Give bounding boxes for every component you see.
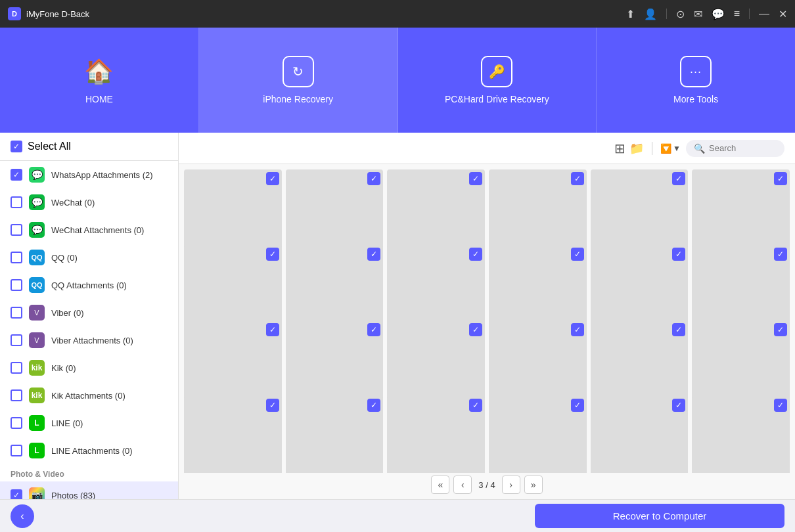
- titlebar-sep-1: [666, 9, 667, 19]
- viber-checkbox[interactable]: [11, 307, 22, 319]
- photo-check-icon[interactable]: ✓: [367, 172, 380, 185]
- grid-view-icon[interactable]: ⊞: [614, 141, 625, 156]
- wechat-attach-label: WeChat Attachments (0): [51, 225, 144, 235]
- sidebar-item-kik-attach[interactable]: kik Kik Attachments (0): [0, 382, 178, 409]
- mail-icon[interactable]: ✉: [694, 8, 702, 20]
- search-box[interactable]: 🔍: [686, 140, 784, 157]
- search-input[interactable]: [709, 143, 777, 153]
- photo-check-icon[interactable]: ✓: [367, 399, 380, 412]
- nav-iphone-recovery-label: iPhone Recovery: [263, 94, 333, 104]
- sidebar-header[interactable]: Select All: [0, 133, 178, 161]
- qq-label: QQ (0): [51, 253, 78, 263]
- nav-pc-hard-drive[interactable]: 🔑 PC&Hard Drive Recovery: [398, 28, 597, 133]
- page-info: 3 / 4: [476, 480, 497, 490]
- viber-attach-checkbox[interactable]: [11, 334, 22, 346]
- nav-iphone-recovery[interactable]: ↻ iPhone Recovery: [199, 28, 398, 133]
- line-attach-checkbox[interactable]: [11, 445, 22, 456]
- pc-recovery-icon: 🔑: [481, 56, 512, 87]
- photo-check-icon[interactable]: ✓: [266, 172, 279, 185]
- chat-icon[interactable]: 💬: [712, 8, 725, 20]
- photo-check-icon[interactable]: ✓: [469, 248, 482, 261]
- view-icons: ⊞ 📁: [614, 141, 644, 156]
- filter-button[interactable]: 🔽 ▼: [660, 143, 681, 154]
- nav-home-label: HOME: [85, 94, 113, 104]
- last-page-button[interactable]: »: [524, 476, 543, 494]
- photo-check-icon[interactable]: ✓: [469, 172, 482, 185]
- pagination-bar: « ‹ 3 / 4 › »: [179, 473, 795, 499]
- sidebar-item-viber[interactable]: V Viber (0): [0, 299, 178, 326]
- line-checkbox[interactable]: [11, 417, 22, 429]
- location-icon[interactable]: ⊙: [676, 8, 685, 20]
- photo-item[interactable]: ✓: [286, 396, 384, 473]
- titlebar-left: D iMyFone D-Back: [8, 7, 89, 20]
- whatsapp-checkbox[interactable]: [11, 169, 22, 181]
- kik-checkbox[interactable]: [11, 362, 22, 374]
- sidebar-item-line[interactable]: L LINE (0): [0, 409, 178, 437]
- photo-check-icon[interactable]: ✓: [571, 399, 584, 412]
- photo-check-icon[interactable]: ✓: [774, 399, 787, 412]
- wechat-attach-icon: 💬: [29, 222, 45, 238]
- viber-attach-label: Viber Attachments (0): [51, 336, 133, 345]
- recover-to-computer-button[interactable]: Recover to Computer: [535, 504, 784, 528]
- sidebar-item-viber-attach[interactable]: V Viber Attachments (0): [0, 326, 178, 354]
- photo-check-icon[interactable]: ✓: [774, 172, 787, 185]
- photo-check-icon[interactable]: ✓: [367, 323, 380, 336]
- photo-check-icon[interactable]: ✓: [774, 248, 787, 261]
- photo-check-icon[interactable]: ✓: [469, 323, 482, 336]
- wechat-checkbox[interactable]: [11, 196, 22, 208]
- sidebar-item-qq-attach[interactable]: QQ QQ Attachments (0): [0, 271, 178, 299]
- sidebar-item-qq[interactable]: QQ QQ (0): [0, 244, 178, 271]
- wechat-attach-checkbox[interactable]: [11, 224, 22, 236]
- photo-check-icon[interactable]: ✓: [367, 248, 380, 261]
- minimize-icon[interactable]: —: [759, 8, 769, 20]
- photos-checkbox[interactable]: [11, 489, 22, 499]
- folder-view-icon[interactable]: 📁: [629, 141, 644, 156]
- kik-label: Kik (0): [51, 363, 76, 373]
- photo-item[interactable]: ✓: [591, 396, 689, 473]
- photo-check-icon[interactable]: ✓: [774, 323, 787, 336]
- iphone-recovery-icon: ↻: [283, 56, 314, 87]
- photo-check-icon[interactable]: ✓: [571, 248, 584, 261]
- app-logo: D: [8, 7, 21, 20]
- next-page-button[interactable]: ›: [502, 476, 520, 494]
- share-icon[interactable]: ⬆: [626, 8, 635, 20]
- sidebar-item-wechat[interactable]: 💬 WeChat (0): [0, 188, 178, 216]
- photo-item[interactable]: ✓: [387, 396, 485, 473]
- whatsapp-label: WhatsApp Attachments (2): [51, 170, 153, 180]
- photos-icon: 📷: [29, 487, 45, 499]
- sidebar-item-line-attach[interactable]: L LINE Attachments (0): [0, 437, 178, 464]
- sidebar-item-whatsapp-attach[interactable]: 💬 WhatsApp Attachments (2): [0, 161, 178, 188]
- nav-home[interactable]: 🏠 HOME: [0, 28, 199, 133]
- kik-icon: kik: [29, 360, 45, 376]
- photo-check-icon[interactable]: ✓: [571, 172, 584, 185]
- photo-check-icon[interactable]: ✓: [672, 172, 685, 185]
- user-icon[interactable]: 👤: [644, 8, 657, 20]
- photo-check-icon[interactable]: ✓: [266, 399, 279, 412]
- first-page-button[interactable]: «: [431, 476, 449, 494]
- photo-check-icon[interactable]: ✓: [571, 323, 584, 336]
- photo-item[interactable]: ✓: [489, 396, 587, 473]
- sidebar-item-wechat-attach[interactable]: 💬 WeChat Attachments (0): [0, 216, 178, 244]
- photo-check-icon[interactable]: ✓: [266, 323, 279, 336]
- sidebar-item-photos[interactable]: 📷 Photos (83): [0, 481, 178, 499]
- navbar: 🏠 HOME ↻ iPhone Recovery 🔑 PC&Hard Drive…: [0, 28, 795, 133]
- qq-checkbox[interactable]: [11, 252, 22, 263]
- photo-check-icon[interactable]: ✓: [266, 248, 279, 261]
- photo-check-icon[interactable]: ✓: [469, 399, 482, 412]
- nav-pc-hard-drive-label: PC&Hard Drive Recovery: [445, 94, 549, 104]
- photo-item[interactable]: ✓: [184, 396, 282, 473]
- kik-attach-checkbox[interactable]: [11, 389, 22, 401]
- close-icon[interactable]: ✕: [779, 8, 787, 20]
- qq-attach-checkbox[interactable]: [11, 279, 22, 291]
- photo-check-icon[interactable]: ✓: [672, 323, 685, 336]
- select-all-checkbox[interactable]: [11, 141, 22, 152]
- photo-check-icon[interactable]: ✓: [672, 248, 685, 261]
- sidebar-item-kik[interactable]: kik Kik (0): [0, 354, 178, 382]
- photo-item[interactable]: ✓: [692, 396, 790, 473]
- titlebar-sep-2: [749, 9, 750, 19]
- back-button[interactable]: ‹: [11, 504, 34, 528]
- nav-more-tools[interactable]: ··· More Tools: [597, 28, 795, 133]
- menu-icon[interactable]: ≡: [734, 8, 740, 20]
- photo-check-icon[interactable]: ✓: [672, 399, 685, 412]
- prev-page-button[interactable]: ‹: [453, 476, 472, 494]
